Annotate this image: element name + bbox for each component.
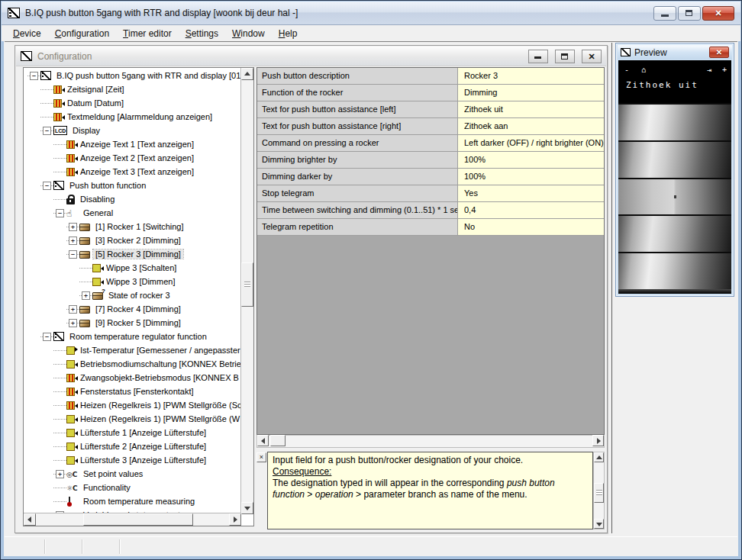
tree-item[interactable]: +[7] Rocker 4 [Dimming]: [24, 302, 240, 316]
title-bar[interactable]: B.IQ push button 5gang with RTR and disp…: [2, 2, 740, 25]
tree-item-label[interactable]: General: [81, 208, 115, 217]
tree-item[interactable]: Anzeige Text 3 [Text anzeigen]: [24, 165, 240, 179]
scroll-up-button[interactable]: [594, 452, 604, 462]
tree-item[interactable]: Anzeige Text 1 [Text anzeigen]: [24, 137, 240, 151]
tree-item[interactable]: Wippe 3 [Schalten]: [24, 261, 240, 275]
param-value[interactable]: Zithoek aan: [458, 118, 604, 134]
tree-item-label[interactable]: [5] Rocker 3 [Dimming]: [93, 249, 183, 259]
tree-expand-toggle[interactable]: +: [82, 291, 90, 300]
scroll-left-button[interactable]: [24, 513, 36, 526]
tree-item-label[interactable]: Room temperature regulator function: [67, 332, 209, 341]
tree-item[interactable]: Heizen (Regelkreis 1) [PWM Stellgröße (W: [24, 412, 240, 426]
tree-expand-toggle[interactable]: +: [56, 470, 64, 478]
tree-item-label[interactable]: [3] Rocker 2 [Dimming]: [93, 236, 183, 245]
tree-expand-toggle[interactable]: +: [69, 237, 77, 245]
scroll-down-button[interactable]: [241, 502, 253, 514]
tree-item[interactable]: Fensterstatus [Fensterkontakt]: [24, 385, 240, 398]
tree-item[interactable]: −Push button function: [24, 179, 240, 192]
tree-item[interactable]: +Set point values: [24, 467, 240, 481]
tree-item[interactable]: Room temperature measuring: [24, 494, 240, 508]
tree-item[interactable]: Datum [Datum]: [24, 96, 240, 110]
param-value[interactable]: 0,4: [458, 202, 604, 218]
tree-expand-toggle[interactable]: +: [69, 223, 77, 231]
tree-item[interactable]: Anzeige Text 2 [Text anzeigen]: [24, 151, 240, 165]
scroll-right-button[interactable]: [592, 435, 604, 446]
tree-item-label[interactable]: Betriebsmodiumschaltung [KONNEX Betrie: [78, 359, 240, 369]
scroll-up-button[interactable]: [241, 68, 253, 80]
param-value[interactable]: No: [458, 219, 604, 235]
help-vertical-scrollbar[interactable]: [593, 452, 605, 529]
tree-item-label[interactable]: Functionality: [81, 483, 133, 492]
tree-item-label[interactable]: Disabling: [78, 195, 117, 204]
tree-item-label[interactable]: Anzeige Text 3 [Text anzeigen]: [78, 167, 196, 176]
preview-close-button[interactable]: ✕: [709, 47, 729, 58]
tree-item[interactable]: +[9] Rocker 5 [Dimming]: [24, 316, 240, 330]
param-value[interactable]: Rocker 3: [458, 68, 604, 84]
scrollbar-thumb[interactable]: [83, 513, 193, 526]
param-value[interactable]: Zithoek uit: [458, 101, 604, 117]
tree-item-label[interactable]: Room temperature measuring: [81, 497, 197, 506]
tree-item-label[interactable]: Heizen (Regelkreis 1) [PWM Stellgröße (S…: [78, 401, 240, 410]
tree-item[interactable]: −[5] Rocker 3 [Dimming]: [24, 247, 240, 261]
configuration-restore-button[interactable]: [555, 50, 575, 63]
preview-rocker-1[interactable]: [618, 103, 731, 140]
tree-item-label[interactable]: Lüfterstufe 1 [Anzeige Lüfterstufe]: [78, 428, 208, 437]
menu-window[interactable]: Window: [225, 27, 272, 40]
parameter-horizontal-scrollbar[interactable]: [256, 435, 605, 448]
param-value[interactable]: Dimming: [458, 85, 604, 101]
menu-settings[interactable]: Settings: [179, 27, 225, 40]
tree-item-label[interactable]: Textmeldung [Alarmmeldung anzeigen]: [65, 112, 215, 121]
tree-item-label[interactable]: Zwangsobjekt-Betriebsmodus [KONNEX B: [78, 373, 240, 382]
scrollbar-thumb[interactable]: [594, 483, 604, 503]
menu-configuration[interactable]: Configuration: [48, 27, 116, 40]
preview-rocker-2[interactable]: [618, 140, 731, 178]
tree-item[interactable]: Betriebsmodiumschaltung [KONNEX Betrie: [24, 357, 240, 371]
scroll-down-button[interactable]: [594, 519, 604, 529]
tree-item[interactable]: Disabling: [24, 192, 240, 206]
tree-item[interactable]: +[1] Rocker 1 [Switching]: [24, 220, 240, 233]
configuration-title-bar[interactable]: Configuration ✕: [16, 47, 606, 66]
tree-item-label[interactable]: Anzeige Text 1 [Text anzeigen]: [78, 140, 196, 149]
minimize-button[interactable]: [653, 6, 676, 21]
tree-item-label[interactable]: Wippe 3 [Dimmen]: [104, 277, 177, 286]
tree-item-label[interactable]: Ist-Temperatur [Gemessener / angepasster: [78, 346, 240, 355]
tree-expand-toggle[interactable]: −: [69, 250, 77, 259]
tree-item-label[interactable]: Lüfterstufe 3 [Anzeige Lüfterstufe]: [78, 455, 208, 465]
preview-rocker-4[interactable]: [618, 214, 731, 252]
tree-item-label[interactable]: [9] Rocker 5 [Dimming]: [93, 318, 183, 327]
tree-item-label[interactable]: Wippe 3 [Schalten]: [104, 263, 179, 272]
tree-expand-toggle[interactable]: −: [43, 127, 51, 135]
tree-item-label[interactable]: Push button function: [67, 181, 148, 190]
tree-item[interactable]: Lüfterstufe 3 [Anzeige Lüfterstufe]: [24, 453, 240, 467]
tree-expand-toggle[interactable]: +: [56, 511, 64, 513]
tree-expand-toggle[interactable]: −: [43, 333, 51, 341]
tree-item-label[interactable]: Display: [70, 126, 102, 135]
tree-item[interactable]: Zeitsignal [Zeit]: [24, 82, 240, 96]
configuration-minimize-button[interactable]: [528, 50, 548, 63]
tree-expand-toggle[interactable]: −: [56, 209, 64, 217]
help-close-button[interactable]: ×: [256, 452, 266, 462]
tree-item[interactable]: Heizen (Regelkreis 1) [PWM Stellgröße (S…: [24, 398, 240, 412]
tree-vertical-scrollbar[interactable]: [240, 68, 253, 514]
tree-item[interactable]: −Room temperature regulator function: [24, 330, 240, 343]
tree-item[interactable]: −B.IQ push button 5gang with RTR and dis…: [24, 69, 240, 82]
preview-title-bar[interactable]: Preview ✕: [618, 45, 732, 60]
scroll-left-button[interactable]: [257, 435, 269, 446]
tree-item[interactable]: Lüfterstufe 1 [Anzeige Lüfterstufe]: [24, 426, 240, 439]
scrollbar-thumb[interactable]: [270, 435, 286, 446]
preview-rocker-3[interactable]: [618, 178, 731, 215]
tree-item[interactable]: Functionality: [24, 481, 240, 494]
tree-expand-toggle[interactable]: +: [69, 319, 77, 327]
close-button[interactable]: ✕: [702, 6, 734, 21]
param-value[interactable]: 100%: [458, 152, 604, 168]
tree-item-label[interactable]: B.IQ push button 5gang with RTR and disp…: [54, 71, 240, 80]
param-value[interactable]: 100%: [458, 169, 604, 185]
tree-item-label[interactable]: Lüfterstufe 2 [Anzeige Lüfterstufe]: [78, 442, 208, 451]
tree-item-label[interactable]: Fensterstatus [Fensterkontakt]: [78, 387, 196, 396]
menu-help[interactable]: Help: [272, 27, 305, 40]
menu-device[interactable]: Device: [6, 27, 48, 40]
tree-item[interactable]: Lüfterstufe 2 [Anzeige Lüfterstufe]: [24, 439, 240, 453]
tree-item-label[interactable]: State of rocker 3: [106, 291, 173, 300]
menu-timer-editor[interactable]: Timer editor: [116, 27, 179, 40]
tree-item-label[interactable]: Heizen (Regelkreis 1) [PWM Stellgröße (W: [78, 414, 240, 423]
